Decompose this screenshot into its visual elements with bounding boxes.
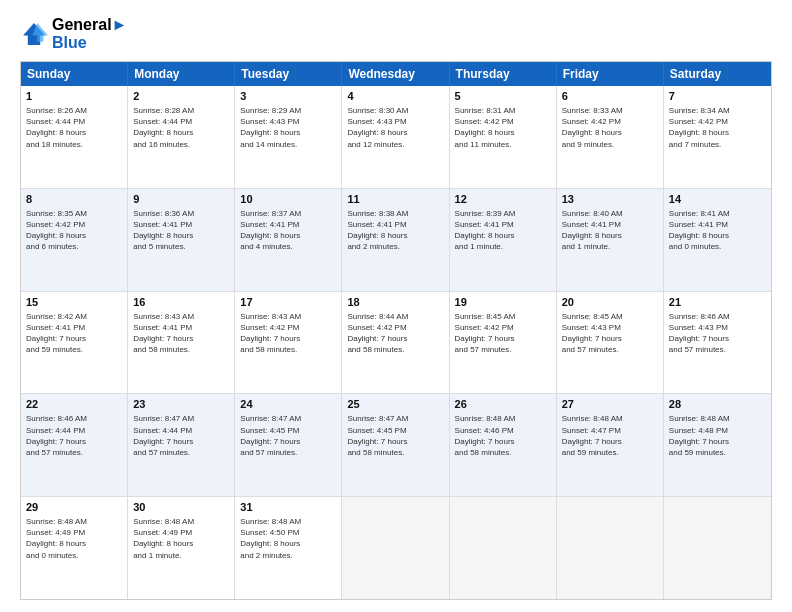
- day-number: 18: [347, 295, 443, 310]
- day-info: Daylight: 8 hours: [240, 538, 336, 549]
- day-info: Sunset: 4:44 PM: [26, 116, 122, 127]
- day-info: and 18 minutes.: [26, 139, 122, 150]
- calendar-day-1: 1Sunrise: 8:26 AMSunset: 4:44 PMDaylight…: [21, 86, 128, 188]
- day-info: Sunrise: 8:38 AM: [347, 208, 443, 219]
- calendar-row: 1Sunrise: 8:26 AMSunset: 4:44 PMDaylight…: [21, 86, 771, 189]
- calendar-day-8: 8Sunrise: 8:35 AMSunset: 4:42 PMDaylight…: [21, 189, 128, 291]
- calendar: SundayMondayTuesdayWednesdayThursdayFrid…: [20, 61, 772, 600]
- logo-icon: [20, 20, 48, 48]
- day-number: 26: [455, 397, 551, 412]
- day-info: Sunset: 4:41 PM: [133, 322, 229, 333]
- day-info: Daylight: 8 hours: [562, 127, 658, 138]
- day-info: Daylight: 7 hours: [455, 333, 551, 344]
- calendar-row: 8Sunrise: 8:35 AMSunset: 4:42 PMDaylight…: [21, 189, 771, 292]
- day-info: Sunset: 4:50 PM: [240, 527, 336, 538]
- day-number: 24: [240, 397, 336, 412]
- day-info: and 57 minutes.: [669, 344, 766, 355]
- calendar-day-31: 31Sunrise: 8:48 AMSunset: 4:50 PMDayligh…: [235, 497, 342, 599]
- day-info: Sunset: 4:42 PM: [455, 322, 551, 333]
- calendar-day-12: 12Sunrise: 8:39 AMSunset: 4:41 PMDayligh…: [450, 189, 557, 291]
- calendar-day-24: 24Sunrise: 8:47 AMSunset: 4:45 PMDayligh…: [235, 394, 342, 496]
- day-info: Sunset: 4:46 PM: [455, 425, 551, 436]
- day-number: 23: [133, 397, 229, 412]
- day-info: and 58 minutes.: [133, 344, 229, 355]
- day-info: Sunset: 4:45 PM: [347, 425, 443, 436]
- calendar-header: SundayMondayTuesdayWednesdayThursdayFrid…: [21, 62, 771, 86]
- day-info: Sunrise: 8:48 AM: [669, 413, 766, 424]
- day-number: 15: [26, 295, 122, 310]
- day-info: Sunrise: 8:47 AM: [133, 413, 229, 424]
- day-number: 17: [240, 295, 336, 310]
- weekday-header-sunday: Sunday: [21, 62, 128, 86]
- day-number: 25: [347, 397, 443, 412]
- calendar-day-29: 29Sunrise: 8:48 AMSunset: 4:49 PMDayligh…: [21, 497, 128, 599]
- day-number: 20: [562, 295, 658, 310]
- day-number: 21: [669, 295, 766, 310]
- day-info: Daylight: 7 hours: [455, 436, 551, 447]
- day-info: Sunrise: 8:29 AM: [240, 105, 336, 116]
- calendar-day-25: 25Sunrise: 8:47 AMSunset: 4:45 PMDayligh…: [342, 394, 449, 496]
- calendar-day-18: 18Sunrise: 8:44 AMSunset: 4:42 PMDayligh…: [342, 292, 449, 394]
- day-info: Daylight: 7 hours: [133, 333, 229, 344]
- day-info: Sunset: 4:49 PM: [26, 527, 122, 538]
- day-info: Sunset: 4:44 PM: [133, 116, 229, 127]
- day-info: and 14 minutes.: [240, 139, 336, 150]
- day-info: Sunset: 4:42 PM: [26, 219, 122, 230]
- day-info: Sunrise: 8:48 AM: [26, 516, 122, 527]
- day-info: and 57 minutes.: [133, 447, 229, 458]
- day-info: and 0 minutes.: [26, 550, 122, 561]
- day-info: Daylight: 8 hours: [26, 230, 122, 241]
- calendar-day-6: 6Sunrise: 8:33 AMSunset: 4:42 PMDaylight…: [557, 86, 664, 188]
- day-number: 11: [347, 192, 443, 207]
- day-info: Sunrise: 8:43 AM: [240, 311, 336, 322]
- calendar-day-7: 7Sunrise: 8:34 AMSunset: 4:42 PMDaylight…: [664, 86, 771, 188]
- calendar-day-30: 30Sunrise: 8:48 AMSunset: 4:49 PMDayligh…: [128, 497, 235, 599]
- calendar-day-13: 13Sunrise: 8:40 AMSunset: 4:41 PMDayligh…: [557, 189, 664, 291]
- day-info: Sunrise: 8:46 AM: [669, 311, 766, 322]
- day-info: Daylight: 8 hours: [347, 127, 443, 138]
- day-number: 1: [26, 89, 122, 104]
- calendar-day-4: 4Sunrise: 8:30 AMSunset: 4:43 PMDaylight…: [342, 86, 449, 188]
- weekday-header-saturday: Saturday: [664, 62, 771, 86]
- day-info: and 0 minutes.: [669, 241, 766, 252]
- day-number: 19: [455, 295, 551, 310]
- calendar-day-19: 19Sunrise: 8:45 AMSunset: 4:42 PMDayligh…: [450, 292, 557, 394]
- day-info: Daylight: 7 hours: [240, 333, 336, 344]
- calendar-row: 22Sunrise: 8:46 AMSunset: 4:44 PMDayligh…: [21, 394, 771, 497]
- day-info: Sunrise: 8:48 AM: [455, 413, 551, 424]
- header: General► Blue: [20, 16, 772, 51]
- day-info: Sunrise: 8:43 AM: [133, 311, 229, 322]
- calendar-day-27: 27Sunrise: 8:48 AMSunset: 4:47 PMDayligh…: [557, 394, 664, 496]
- day-info: Sunset: 4:41 PM: [562, 219, 658, 230]
- day-info: Sunset: 4:43 PM: [562, 322, 658, 333]
- day-number: 8: [26, 192, 122, 207]
- calendar-day-10: 10Sunrise: 8:37 AMSunset: 4:41 PMDayligh…: [235, 189, 342, 291]
- day-number: 12: [455, 192, 551, 207]
- day-number: 28: [669, 397, 766, 412]
- day-number: 31: [240, 500, 336, 515]
- day-info: and 2 minutes.: [347, 241, 443, 252]
- calendar-day-20: 20Sunrise: 8:45 AMSunset: 4:43 PMDayligh…: [557, 292, 664, 394]
- day-number: 16: [133, 295, 229, 310]
- day-info: Daylight: 8 hours: [455, 127, 551, 138]
- calendar-empty: [557, 497, 664, 599]
- day-info: and 59 minutes.: [562, 447, 658, 458]
- day-info: Sunrise: 8:46 AM: [26, 413, 122, 424]
- calendar-day-11: 11Sunrise: 8:38 AMSunset: 4:41 PMDayligh…: [342, 189, 449, 291]
- day-info: Daylight: 7 hours: [562, 333, 658, 344]
- day-info: Daylight: 7 hours: [669, 333, 766, 344]
- logo-text: General► Blue: [52, 16, 127, 51]
- day-info: and 12 minutes.: [347, 139, 443, 150]
- day-info: Sunset: 4:43 PM: [669, 322, 766, 333]
- day-info: and 1 minute.: [562, 241, 658, 252]
- weekday-header-monday: Monday: [128, 62, 235, 86]
- calendar-day-3: 3Sunrise: 8:29 AMSunset: 4:43 PMDaylight…: [235, 86, 342, 188]
- day-number: 2: [133, 89, 229, 104]
- logo: General► Blue: [20, 16, 127, 51]
- day-info: Sunrise: 8:45 AM: [455, 311, 551, 322]
- day-info: Sunset: 4:45 PM: [240, 425, 336, 436]
- day-info: Sunrise: 8:41 AM: [669, 208, 766, 219]
- day-info: Sunrise: 8:48 AM: [562, 413, 658, 424]
- day-info: Sunrise: 8:39 AM: [455, 208, 551, 219]
- day-info: Daylight: 7 hours: [133, 436, 229, 447]
